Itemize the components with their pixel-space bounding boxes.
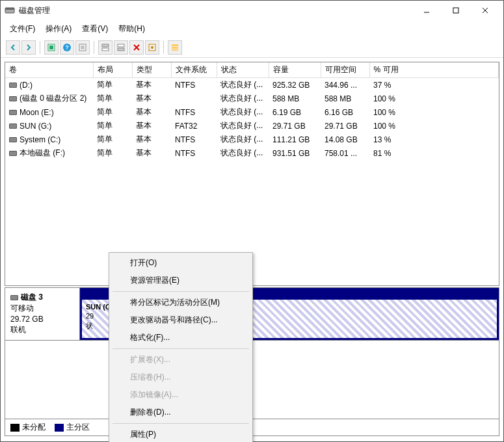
svg-rect-16	[118, 44, 124, 47]
legend-swatch-unallocated	[10, 424, 20, 432]
col-capacity[interactable]: 容量	[269, 62, 321, 78]
svg-rect-14	[102, 44, 109, 47]
volume-icon	[9, 151, 17, 156]
menu-shrink: 压缩卷(H)...	[111, 369, 251, 386]
col-type[interactable]: 类型	[132, 62, 171, 78]
svg-rect-24	[172, 49, 178, 51]
col-pctfree[interactable]: % 可用	[369, 62, 499, 78]
svg-rect-1	[5, 8, 14, 10]
svg-rect-3	[453, 8, 458, 13]
col-free[interactable]: 可用空间	[321, 62, 369, 78]
menu-mark-active[interactable]: 将分区标记为活动分区(M)	[111, 294, 251, 311]
disk-online-label: 联机	[10, 324, 74, 335]
menu-format[interactable]: 格式化(F)...	[111, 329, 251, 346]
table-row[interactable]: Moon (E:)简单基本NTFS状态良好 (...6.19 GB6.16 GB…	[5, 105, 499, 119]
col-filesystem[interactable]: 文件系统	[171, 62, 217, 78]
disk-removable-label: 可移动	[10, 303, 74, 314]
disk-name: 磁盘 3	[21, 292, 43, 302]
close-button[interactable]	[470, 1, 499, 20]
view-bottom-button[interactable]	[114, 40, 128, 55]
legend-swatch-primary	[55, 424, 64, 432]
volume-icon	[9, 83, 17, 88]
menu-help[interactable]: 帮助(H)	[113, 21, 150, 36]
window-title: 磁盘管理	[19, 5, 412, 16]
table-row[interactable]: SUN (G:)简单基本FAT32状态良好 (...29.71 GB29.71 …	[5, 119, 499, 133]
legend-primary-label: 主分区	[66, 422, 90, 432]
menu-change-path[interactable]: 更改驱动器号和路径(C)...	[111, 311, 251, 329]
menubar: 文件(F) 操作(A) 查看(V) 帮助(H)	[1, 20, 503, 38]
context-menu: 打开(O) 资源管理器(E) 将分区标记为活动分区(M) 更改驱动器号和路径(C…	[109, 252, 253, 442]
menu-action[interactable]: 操作(A)	[40, 21, 77, 36]
menu-mirror: 添加镜像(A)...	[111, 386, 251, 404]
volume-icon	[9, 124, 17, 129]
titlebar: 磁盘管理	[1, 1, 503, 20]
volume-icon	[9, 96, 17, 101]
svg-rect-7	[49, 46, 53, 49]
toolbar: ?	[1, 38, 503, 58]
table-row[interactable]: System (C:)简单基本NTFS状态良好 (...111.21 GB14.…	[5, 133, 499, 146]
menu-view[interactable]: 查看(V)	[77, 21, 113, 36]
menu-file[interactable]: 文件(F)	[5, 21, 40, 36]
settings-toolbar-button[interactable]	[145, 40, 159, 55]
disk-management-window: 磁盘管理 文件(F) 操作(A) 查看(V) 帮助(H) ?	[0, 0, 504, 442]
table-row[interactable]: (D:)简单基本NTFS状态良好 (...925.32 GB344.96 ...…	[5, 78, 499, 92]
col-volume[interactable]: 卷	[5, 62, 93, 78]
volume-icon	[9, 137, 17, 142]
menu-open[interactable]: 打开(O)	[111, 254, 251, 272]
disk-size-label: 29.72 GB	[10, 314, 74, 325]
disk-icon	[10, 295, 18, 300]
col-layout[interactable]: 布局	[93, 62, 132, 78]
maximize-button[interactable]	[441, 1, 470, 20]
svg-rect-17	[118, 48, 124, 51]
svg-rect-22	[172, 44, 178, 46]
svg-rect-15	[102, 48, 109, 51]
col-status[interactable]: 状态	[217, 62, 269, 78]
disk-info[interactable]: 磁盘 3 可移动 29.72 GB 联机	[5, 288, 80, 340]
volume-icon	[9, 110, 17, 115]
menu-extend: 扩展卷(X)...	[111, 351, 251, 369]
delete-toolbar-button[interactable]	[129, 40, 144, 55]
app-icon	[5, 5, 15, 16]
properties-toolbar-button[interactable]	[75, 40, 90, 55]
legend-unallocated-label: 未分配	[22, 422, 46, 432]
view-top-button[interactable]	[98, 40, 113, 55]
menu-explorer[interactable]: 资源管理器(E)	[111, 272, 251, 289]
svg-text:?: ?	[65, 44, 69, 51]
svg-point-21	[151, 46, 153, 49]
forward-button[interactable]	[21, 40, 36, 55]
table-row[interactable]: (磁盘 0 磁盘分区 2)简单基本状态良好 (...588 MB588 MB10…	[5, 92, 499, 105]
refresh-button[interactable]	[44, 40, 59, 55]
help-toolbar-button[interactable]: ?	[60, 40, 74, 55]
minimize-button[interactable]	[412, 1, 441, 20]
table-row[interactable]: 本地磁盘 (F:)简单基本NTFS状态良好 (...931.51 GB758.0…	[5, 146, 499, 160]
back-button[interactable]	[6, 40, 20, 55]
menu-delete-volume[interactable]: 删除卷(D)...	[111, 404, 251, 421]
menu-properties[interactable]: 属性(P)	[111, 426, 251, 442]
svg-rect-23	[172, 47, 178, 49]
list-view-button[interactable]	[168, 40, 182, 55]
